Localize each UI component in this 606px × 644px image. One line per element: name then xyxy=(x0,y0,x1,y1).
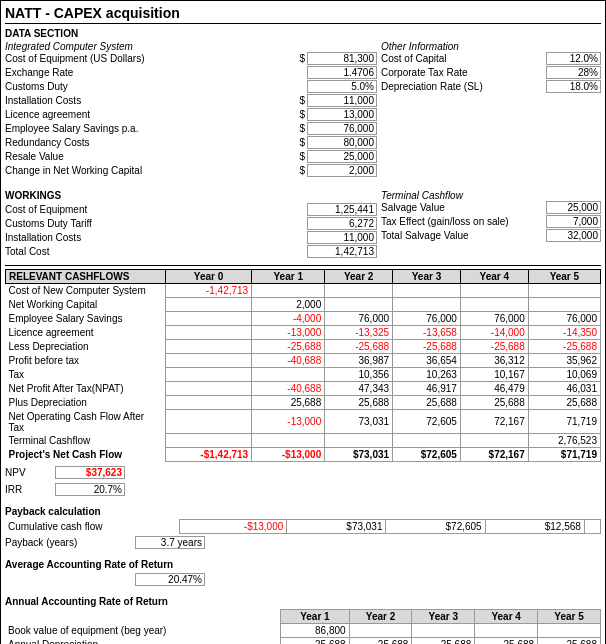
cumulative-row: Cumulative cash flow -$13,000 $73,031 $7… xyxy=(5,520,601,534)
npv-row: NPV $37,623 xyxy=(5,466,125,479)
integrated-system-label: Integrated Computer System xyxy=(5,41,377,52)
cumulative-y0 xyxy=(165,520,180,534)
cashflow-row: Profit before tax-40,68836,98736,65436,3… xyxy=(6,354,601,368)
page-title: NATT - CAPEX acquisition xyxy=(5,5,601,24)
cashflow-row: Net Working Capital2,000 xyxy=(6,298,601,312)
right-field-row: Corporate Tax Rate28% xyxy=(381,66,601,79)
cashflow-row: Terminal Cashflow2,76,523 xyxy=(6,434,601,448)
irr-row: IRR 20.7% xyxy=(5,483,125,496)
cumulative-y4: $12,568 xyxy=(485,520,584,534)
data-field-row: Cost of Equipment (US Dollars)$81,300 xyxy=(5,52,377,65)
cashflow-row: Licence agreement-13,000-13,325-13,658-1… xyxy=(6,326,601,340)
other-info-label: Other Information xyxy=(381,41,601,52)
annual-row: Book value of equipment (beg year)86,800 xyxy=(5,624,601,638)
cashflow-row: Plus Depreciation25,68825,68825,68825,68… xyxy=(6,396,601,410)
irr-label: IRR xyxy=(5,484,55,495)
cumulative-y1: -$13,000 xyxy=(180,520,287,534)
cumulative-label: Cumulative cash flow xyxy=(5,520,165,534)
workings-field-row: Installation Costs11,000 xyxy=(5,231,377,244)
cashflow-row: Net Operating Cash Flow After Tax-13,000… xyxy=(6,410,601,434)
payback-header: Payback calculation xyxy=(5,506,601,517)
workings-field-row: Cost of Equipment1,25,441 xyxy=(5,203,377,216)
data-field-row: Change in Net Working Capital$2,000 xyxy=(5,164,377,177)
data-left: Integrated Computer System Cost of Equip… xyxy=(5,41,377,178)
year5-header: Year 5 xyxy=(528,270,600,284)
aar-value: 20.47% xyxy=(135,573,205,586)
payback-years-value: 3.7 years xyxy=(135,536,205,549)
data-field-row: Exchange Rate1.4706 xyxy=(5,66,377,79)
terminal-field-row: Total Salvage Value32,000 xyxy=(381,229,601,242)
cumulative-y3: $72,605 xyxy=(386,520,485,534)
payback-years-label: Payback (years) xyxy=(5,537,135,548)
year1-header: Year 1 xyxy=(252,270,325,284)
cumulative-y5 xyxy=(584,520,600,534)
year4-header: Year 4 xyxy=(460,270,528,284)
payback-table: Cumulative cash flow -$13,000 $73,031 $7… xyxy=(5,519,601,534)
cashflow-row: Cost of New Computer System-1,42,713 xyxy=(6,284,601,298)
annual-table: Year 1Year 2Year 3Year 4Year 5Book value… xyxy=(5,609,601,644)
cashflow-row: Employee Salary Savings-4,00076,00076,00… xyxy=(6,312,601,326)
workings-section: WORKINGS Cost of Equipment1,25,441Custom… xyxy=(5,190,601,259)
data-section: Integrated Computer System Cost of Equip… xyxy=(5,41,601,178)
terminal-field-row: Tax Effect (gain/loss on sale)7,000 xyxy=(381,215,601,228)
payback-years-row: Payback (years) 3.7 years xyxy=(5,536,205,549)
year0-header: Year 0 xyxy=(166,270,252,284)
data-field-row: Redundancy Costs$80,000 xyxy=(5,136,377,149)
data-field-row: Employee Salary Savings p.a.$76,000 xyxy=(5,122,377,135)
cashflow-table: RELEVANT CASHFLOWS Year 0 Year 1 Year 2 … xyxy=(5,269,601,462)
workings-left: WORKINGS Cost of Equipment1,25,441Custom… xyxy=(5,190,377,259)
annual-row: Annual Depreciation25,68825,68825,68825,… xyxy=(5,638,601,645)
right-field-row: Cost of Capital12.0% xyxy=(381,52,601,65)
workings-header: WORKINGS xyxy=(5,190,377,201)
cashflow-row: Net Profit After Tax(NPAT)-40,68847,3434… xyxy=(6,382,601,396)
data-field-row: Customs Duty5.0% xyxy=(5,80,377,93)
year3-header: Year 3 xyxy=(393,270,461,284)
cashflow-header: RELEVANT CASHFLOWS xyxy=(6,270,166,284)
terminal-field-row: Salvage Value25,000 xyxy=(381,201,601,214)
annual-header: Annual Accounting Rate of Return xyxy=(5,596,601,607)
terminal-cashflow-label: Terminal Cashflow xyxy=(381,190,601,201)
annual-header-row: Year 1Year 2Year 3Year 4Year 5 xyxy=(5,610,601,624)
irr-value: 20.7% xyxy=(55,483,125,496)
npv-value: $37,623 xyxy=(55,466,125,479)
aar-header: Average Accounting Rate of Return xyxy=(5,559,173,570)
cumulative-y2: $73,031 xyxy=(287,520,386,534)
data-field-row: Resale Value$25,000 xyxy=(5,150,377,163)
data-field-row: Licence agreement$13,000 xyxy=(5,108,377,121)
cashflow-row: Less Depreciation-25,688-25,688-25,688-2… xyxy=(6,340,601,354)
workings-field-row: Customs Duty Tariff6,272 xyxy=(5,217,377,230)
right-field-row: Depreciation Rate (SL)18.0% xyxy=(381,80,601,93)
aar-row: 20.47% xyxy=(5,573,205,586)
data-right: Other Information Cost of Capital12.0%Co… xyxy=(381,41,601,178)
main-container: NATT - CAPEX acquisition DATA SECTION In… xyxy=(0,0,606,644)
workings-field-row: Total Cost1,42,713 xyxy=(5,245,377,258)
npv-label: NPV xyxy=(5,467,55,478)
data-section-header: DATA SECTION xyxy=(5,28,601,39)
cashflow-row: Project's Net Cash Flow-$1,42,713-$13,00… xyxy=(6,448,601,462)
year2-header: Year 2 xyxy=(325,270,393,284)
workings-right: Terminal Cashflow Salvage Value25,000Tax… xyxy=(381,190,601,259)
cashflow-row: Tax10,35610,26310,16710,069 xyxy=(6,368,601,382)
data-field-row: Installation Costs$11,000 xyxy=(5,94,377,107)
